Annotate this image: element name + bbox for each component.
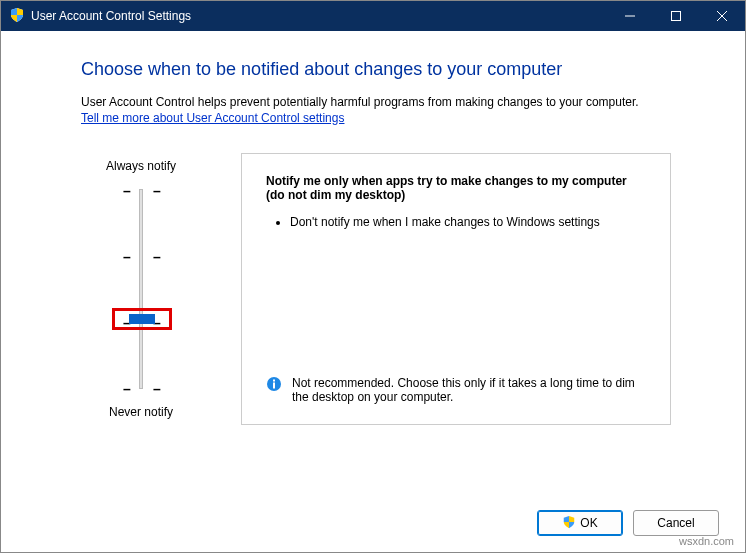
- button-row: OK Cancel: [1, 494, 745, 552]
- panel-bullets: Don't notify me when I make changes to W…: [266, 214, 646, 237]
- slider-label-always: Always notify: [106, 159, 176, 173]
- slider-column: Always notify –– –– –– –– Never notify: [81, 153, 201, 425]
- close-button[interactable]: [699, 1, 745, 31]
- uac-window: User Account Control Settings Choose whe…: [0, 0, 746, 553]
- uac-shield-icon: [562, 515, 576, 532]
- slider-tick: ––: [123, 249, 161, 265]
- slider-tick: ––: [123, 183, 161, 199]
- watermark: wsxdn.com: [679, 535, 734, 547]
- titlebar: User Account Control Settings: [1, 1, 745, 31]
- cancel-label: Cancel: [657, 516, 694, 530]
- ok-button[interactable]: OK: [537, 510, 623, 536]
- slider-label-never: Never notify: [109, 405, 173, 419]
- maximize-button[interactable]: [653, 1, 699, 31]
- page-heading: Choose when to be notified about changes…: [81, 59, 705, 80]
- panel-title: Notify me only when apps try to make cha…: [266, 174, 646, 202]
- window-controls: [607, 1, 745, 31]
- minimize-button[interactable]: [607, 1, 653, 31]
- page-description: User Account Control helps prevent poten…: [81, 94, 705, 111]
- slider-track-wrap: –– –– –– ––: [139, 179, 143, 399]
- uac-shield-icon: [9, 7, 25, 26]
- main-area: Always notify –– –– –– –– Never notify N: [81, 153, 705, 425]
- cancel-button[interactable]: Cancel: [633, 510, 719, 536]
- ok-label: OK: [580, 516, 597, 530]
- window-title: User Account Control Settings: [31, 9, 607, 23]
- panel-bullet-item: Don't notify me when I make changes to W…: [290, 214, 646, 231]
- slider-tick: ––: [123, 381, 161, 397]
- info-panel: Notify me only when apps try to make cha…: [241, 153, 671, 425]
- svg-rect-5: [273, 382, 275, 388]
- slider-thumb[interactable]: [129, 314, 155, 324]
- slider-highlight: [112, 308, 172, 330]
- warning-row: Not recommended. Choose this only if it …: [266, 376, 646, 404]
- learn-more-link[interactable]: Tell me more about User Account Control …: [81, 111, 705, 125]
- slider-track[interactable]: –– –– –– ––: [139, 189, 143, 389]
- svg-rect-1: [672, 12, 681, 21]
- warning-text: Not recommended. Choose this only if it …: [292, 376, 646, 404]
- info-icon: [266, 376, 282, 395]
- svg-rect-6: [273, 379, 275, 381]
- content-area: Choose when to be notified about changes…: [1, 31, 745, 494]
